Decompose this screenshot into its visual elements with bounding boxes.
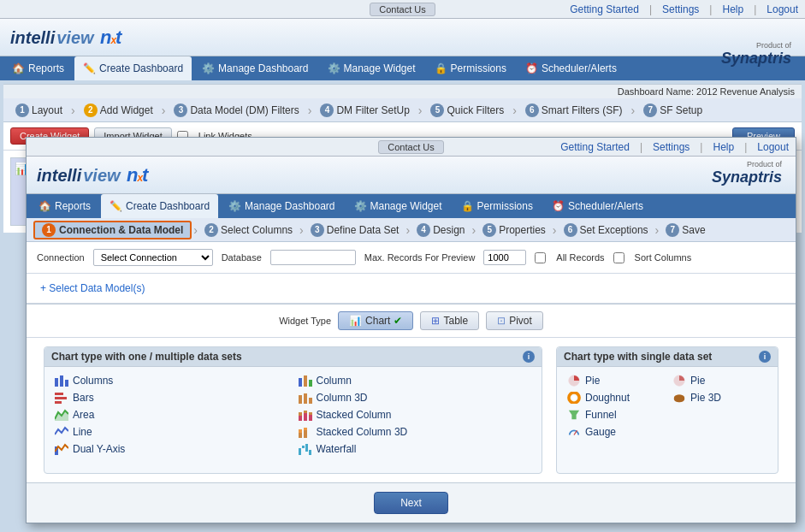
- all-records-checkbox[interactable]: [535, 252, 546, 263]
- svg-rect-0: [55, 378, 58, 387]
- next-button[interactable]: Next: [374, 492, 448, 514]
- modal-tab-reports[interactable]: 🏠Reports: [30, 194, 99, 218]
- chart-item-pie[interactable]: Pie: [562, 372, 667, 389]
- modal-footer: Next: [27, 482, 796, 523]
- all-records-label: All Records: [556, 252, 604, 263]
- modal-getting-started-link[interactable]: Getting Started: [560, 141, 630, 153]
- modal-tab-permissions[interactable]: 🔒Permissions: [453, 194, 542, 218]
- chart-item-column[interactable]: Column: [293, 372, 537, 389]
- bg-dashboard-name-bar: Dashboard Name: 2012 Revenue Analysis: [3, 84, 802, 98]
- svg-rect-22: [304, 428, 307, 430]
- bg-tab-manage-dashboard[interactable]: ⚙️Manage Dashboard: [193, 56, 317, 80]
- bars-chart-icon: [55, 392, 68, 404]
- bg-step-7[interactable]: 7SF Setup: [638, 102, 707, 119]
- modal-settings-link[interactable]: Settings: [653, 141, 690, 153]
- database-input[interactable]: [270, 250, 356, 265]
- modal-logout-link[interactable]: Logout: [757, 141, 789, 153]
- bg-manage-widget-icon: ⚙️: [328, 62, 340, 74]
- bg-step-4[interactable]: 4DM Filter SetUp: [315, 102, 414, 119]
- svg-rect-21: [304, 430, 307, 438]
- bg-getting-started-link[interactable]: Getting Started: [570, 3, 639, 15]
- sort-columns-checkbox[interactable]: [613, 252, 624, 263]
- bg-step-num-1: 1: [15, 103, 29, 117]
- bg-tab-scheduler[interactable]: ⏰Scheduler/Alerts: [517, 56, 625, 80]
- chart-multi-section: Chart type with one / multiple data sets…: [44, 346, 542, 474]
- modal-step-3[interactable]: 3Define Data Set: [305, 222, 405, 239]
- svg-point-31: [571, 395, 576, 399]
- bg-tab-create-dashboard[interactable]: ✏️Create Dashboard: [74, 56, 192, 80]
- chart-wt-icon: 📊: [349, 315, 362, 327]
- svg-marker-34: [569, 411, 579, 420]
- chart-item-stacked-column3d[interactable]: Stacked Column 3D: [293, 423, 537, 440]
- chart-item-area[interactable]: Area: [50, 406, 293, 423]
- modal-tab-manage-widget[interactable]: ⚙️Manage Widget: [346, 194, 451, 218]
- table-wt-label: Table: [443, 315, 468, 327]
- bg-step-1[interactable]: 1Layout: [10, 102, 68, 119]
- bg-step-2[interactable]: 2Add Widget: [79, 102, 158, 119]
- bg-logout-link[interactable]: Logout: [767, 3, 798, 15]
- bg-tab-permissions[interactable]: 🔒Permissions: [426, 56, 515, 80]
- svg-rect-25: [302, 446, 305, 448]
- bg-step-6[interactable]: 6Smart Filters (SF): [520, 102, 628, 119]
- widget-type-pivot-btn[interactable]: ⊡ Pivot: [486, 311, 543, 330]
- bg-contact-us-btn[interactable]: Contact Us: [370, 3, 435, 16]
- modal-steps-bar: 1 Connection & Data Model › 2Select Colu…: [27, 218, 796, 242]
- svg-rect-19: [299, 433, 302, 438]
- pie3d-chart-icon: [672, 392, 686, 404]
- connection-select[interactable]: Select Connection: [93, 249, 213, 266]
- chart-item-dual-yaxis[interactable]: Dual Y-Axis: [50, 440, 293, 458]
- chart-item-pie3d[interactable]: Pie 3D: [667, 389, 772, 406]
- widget-type-label: Widget Type: [279, 316, 331, 326]
- chart-multi-info-icon[interactable]: i: [523, 351, 535, 363]
- max-records-input[interactable]: [483, 250, 526, 265]
- svg-rect-7: [55, 397, 67, 399]
- bg-step-num-4: 4: [320, 103, 334, 117]
- chart-item-gauge[interactable]: Gauge: [562, 423, 667, 440]
- modal-step-num-7: 7: [666, 223, 679, 237]
- chart-single-info-icon[interactable]: i: [759, 351, 771, 363]
- chart-item-waterfall[interactable]: Waterfall: [293, 440, 537, 458]
- dual-yaxis-chart-icon: [55, 443, 68, 455]
- modal-step-4[interactable]: 4Design: [411, 222, 470, 239]
- modal-help-link[interactable]: Help: [713, 141, 734, 153]
- bg-settings-link[interactable]: Settings: [662, 3, 699, 15]
- bg-step-3[interactable]: 3Data Model (DM) Filters: [169, 102, 304, 119]
- chart-type-area: Chart type with one / multiple data sets…: [27, 338, 796, 482]
- chart-wt-label: Chart: [365, 315, 390, 327]
- svg-marker-12: [55, 411, 68, 421]
- modal-logo-view: view: [83, 166, 120, 186]
- modal-step-7[interactable]: 7Save: [660, 222, 710, 239]
- modal-step-6[interactable]: 6Set Exceptions: [559, 222, 654, 239]
- chart-item-pie2[interactable]: Pie: [667, 372, 772, 389]
- modal-tab-scheduler[interactable]: ⏰Scheduler/Alerts: [543, 194, 652, 218]
- modal-tab-create-dashboard[interactable]: ✏️Create Dashboard: [101, 194, 218, 218]
- modal-synaptris: Product of Synaptris: [712, 160, 782, 186]
- modal-step-5[interactable]: 5Properties: [477, 222, 551, 239]
- chart-item-columns[interactable]: Columns: [50, 372, 293, 389]
- chart-item-doughnut[interactable]: Doughnut: [562, 389, 667, 406]
- modal-step-1-active[interactable]: 1 Connection & Data Model: [33, 221, 192, 239]
- bg-tab-manage-widget[interactable]: ⚙️Manage Widget: [319, 56, 424, 80]
- bg-synaptris: Product of Synaptris: [721, 41, 791, 68]
- modal-logo: intelliview nxt: [37, 164, 147, 186]
- bg-help-link[interactable]: Help: [722, 3, 743, 15]
- widget-type-chart-btn[interactable]: 📊 Chart ✔: [338, 311, 413, 330]
- database-label: Database: [222, 252, 262, 263]
- chart-item-bars[interactable]: Bars: [50, 389, 293, 406]
- chart-item-funnel[interactable]: Funnel: [562, 406, 667, 423]
- bg-step-5[interactable]: 5Quick Filters: [425, 102, 509, 119]
- chart-item-column3d[interactable]: Column 3D: [293, 389, 537, 406]
- modal-step-2[interactable]: 2Select Columns: [199, 222, 298, 239]
- svg-rect-18: [309, 412, 312, 415]
- chart-item-stacked-column[interactable]: Stacked Column: [293, 406, 537, 423]
- line-chart-icon: [55, 426, 68, 438]
- bg-tab-reports[interactable]: 🏠Reports: [3, 56, 73, 80]
- modal-contact-btn[interactable]: Contact Us: [378, 140, 443, 154]
- select-data-model-link[interactable]: + Select Data Model(s): [27, 274, 796, 304]
- bg-logo-view: view: [56, 28, 93, 48]
- sort-columns-label: Sort Columns: [635, 252, 692, 263]
- pie-chart-icon: [567, 375, 581, 387]
- chart-item-line[interactable]: Line: [50, 423, 293, 440]
- modal-tab-manage-dashboard[interactable]: ⚙️Manage Dashboard: [220, 194, 343, 218]
- widget-type-table-btn[interactable]: ⊞ Table: [420, 311, 479, 330]
